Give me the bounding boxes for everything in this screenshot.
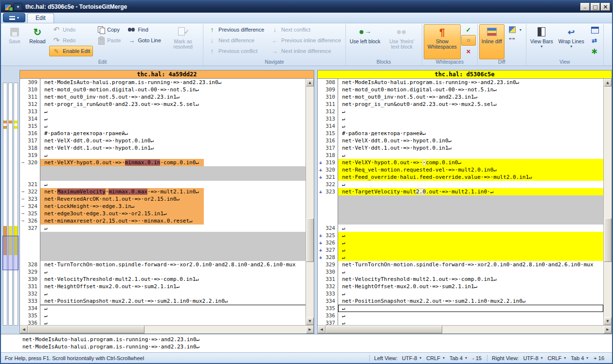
- code-line[interactable]: 317net·VelX·ddt.0.out·=>·hypot.0.in0↵: [20, 137, 306, 144]
- scroll-track[interactable]: [28, 326, 306, 333]
- scroll-thumb[interactable]: [604, 218, 612, 262]
- filler-line[interactable]: [20, 246, 306, 254]
- restore-button[interactable]: [591, 3, 600, 11]
- code-line[interactable]: +326↵: [318, 239, 603, 246]
- next-conflict-button[interactable]: Next conflict: [268, 24, 344, 35]
- code-line[interactable]: 315↵: [20, 122, 306, 130]
- code-line[interactable]: −325net·edge3out·edge.3.out·=>·or2.15.in…: [20, 210, 306, 217]
- code-line[interactable]: 311net·mot_out0_inv·not.5.out·=>·and2.23…: [20, 93, 306, 101]
- locator-strip-1[interactable]: [3, 83, 7, 326]
- code-line[interactable]: 327↵: [20, 225, 306, 232]
- code-line[interactable]: 332↵: [20, 290, 306, 297]
- code-line[interactable]: 330net·VelocityThreshold·mult2.1.out·=>·…: [20, 276, 306, 283]
- left-horizontal-scrollbar[interactable]: [20, 325, 314, 333]
- code-line[interactable]: 313↵: [318, 115, 603, 122]
- diff-locator-bar[interactable]: [1, 70, 19, 334]
- code-line[interactable]: 318↵: [318, 152, 603, 159]
- code-line[interactable]: 330↵: [318, 268, 603, 276]
- code-line[interactable]: −323net·ReversedArcOK·not.1.out·=>·or2.1…: [20, 195, 306, 203]
- previous-conflict-button[interactable]: Previous conflict: [205, 46, 267, 56]
- scroll-track[interactable]: [306, 87, 314, 317]
- filler-line[interactable]: [20, 173, 306, 181]
- code-line[interactable]: 316#·работа·детектора·граней↵: [20, 130, 306, 137]
- code-line[interactable]: 309net·motd_out0·motion.digital-out-00·=…: [318, 86, 603, 93]
- locator-strip-2[interactable]: [8, 83, 13, 326]
- inline-diff-button[interactable]: Inline diff: [479, 24, 505, 59]
- filler-line[interactable]: [318, 195, 603, 203]
- paste-button[interactable]: Paste: [93, 35, 124, 46]
- code-line[interactable]: 324↵: [318, 225, 603, 232]
- close-button[interactable]: [601, 3, 610, 11]
- locator-strip-3[interactable]: [14, 83, 18, 326]
- switch-left-right-button[interactable]: [587, 35, 602, 46]
- right-horizontal-scrollbar[interactable]: [318, 325, 612, 333]
- code-line[interactable]: 331net·VelocityThreshold·mult2.1.out·=>·…: [318, 276, 603, 283]
- filler-line[interactable]: [318, 210, 603, 217]
- locator-viewport[interactable]: [2, 236, 18, 270]
- code-line[interactable]: 333↵: [318, 290, 603, 297]
- code-line[interactable]: −322net·MaximumVelocity·minmax.0.max·=>·…: [20, 188, 306, 195]
- scroll-left-button[interactable]: [20, 326, 28, 333]
- next-inline-difference-button[interactable]: Next inline difference: [268, 46, 344, 56]
- code-line[interactable]: 316net·VelX·ddt.0.out·=>·hypot.0.in0↵: [318, 137, 603, 144]
- left-code-view[interactable]: 309net·ModeIsAuto·halui.program.is-runni…: [20, 79, 306, 325]
- code-line[interactable]: 334↵: [20, 305, 306, 312]
- code-line[interactable]: +327↵: [318, 246, 603, 254]
- code-line[interactable]: 335↵: [318, 305, 603, 312]
- code-line[interactable]: 334net·PositionSnapshot·mux2.2.out·=>·su…: [318, 297, 603, 305]
- code-line[interactable]: 317net·VelY·ddt.1.out·=>·hypot.0.in1↵: [318, 144, 603, 152]
- filler-line[interactable]: [318, 203, 603, 210]
- code-line[interactable]: +321net·Feed_override·halui.feed-overrid…: [318, 173, 603, 181]
- code-line[interactable]: 321↵: [20, 181, 306, 188]
- right-tab-dropdown[interactable]: Tab 4: [568, 355, 591, 362]
- right-vertical-scrollbar[interactable]: [603, 79, 612, 325]
- application-menu-button[interactable]: [3, 13, 25, 22]
- code-line[interactable]: 336↵: [20, 319, 306, 325]
- left-eol-dropdown[interactable]: CRLF: [424, 355, 447, 362]
- previous-difference-button[interactable]: Previous difference: [205, 24, 267, 35]
- scroll-up-button[interactable]: [604, 79, 612, 87]
- tab-edit[interactable]: Edit: [27, 13, 54, 23]
- scroll-thumb[interactable]: [306, 218, 314, 262]
- code-line[interactable]: +319net·VelXY·hypot.0.out·=>··comp.0.in0…: [318, 159, 603, 166]
- reload-button[interactable]: Reload: [26, 24, 49, 59]
- wrap-lines-button[interactable]: Wrap Lines: [556, 24, 587, 59]
- code-line[interactable]: 322↵: [318, 181, 603, 188]
- scroll-thumb[interactable]: [325, 326, 442, 333]
- find-button[interactable]: Find: [124, 24, 164, 35]
- code-line[interactable]: 319↵: [20, 152, 306, 159]
- inline-diff-word-button[interactable]: [505, 24, 524, 35]
- code-line[interactable]: −326net·minmaxreset·or2.15.out·=>··minma…: [20, 217, 306, 225]
- code-line[interactable]: 312net·progr_is_run&out0·and2.23.out·=>·…: [20, 101, 306, 108]
- code-line[interactable]: 318net·VelY·ddt.1.out·=>·hypot.0.in1↵: [20, 144, 306, 152]
- minimize-button[interactable]: [580, 3, 590, 11]
- use-left-block-button[interactable]: Use left block: [347, 24, 383, 59]
- code-line[interactable]: 311net·progr_is_run&out0·and2.23.out·=>·…: [318, 101, 603, 108]
- scroll-down-button[interactable]: [306, 317, 314, 325]
- code-line[interactable]: +323net·TargetVelocity·mult2.0.out·=>·mu…: [318, 188, 603, 195]
- scroll-right-button[interactable]: [306, 326, 314, 333]
- filler-line[interactable]: [318, 217, 603, 225]
- code-line[interactable]: +328↵: [318, 254, 603, 261]
- compare-whitespaces-button[interactable]: [461, 24, 476, 35]
- code-line[interactable]: +320net·Req_vel·motion.requested-vel·=>·…: [318, 166, 603, 173]
- filler-line[interactable]: [20, 254, 306, 261]
- mark-as-resolved-button[interactable]: Mark as resolved: [164, 24, 201, 59]
- code-line[interactable]: 337↵: [318, 319, 603, 325]
- ignore-all-whitespaces-button[interactable]: [461, 46, 476, 56]
- code-line[interactable]: 315#·работа·детектора·граней↵: [318, 130, 603, 137]
- code-line[interactable]: 314↵: [318, 122, 603, 130]
- show-whitespaces-button[interactable]: Show Whitespaces: [424, 24, 461, 59]
- window-layout-button[interactable]: [587, 24, 602, 35]
- code-line[interactable]: 329↵: [20, 268, 306, 276]
- left-tab-dropdown[interactable]: Tab 4: [447, 355, 469, 362]
- code-line[interactable]: 309net·ModeIsAuto·halui.program.is-runni…: [20, 79, 306, 86]
- right-encoding-dropdown[interactable]: UTF-8: [521, 355, 545, 362]
- code-line[interactable]: 336↵: [318, 312, 603, 319]
- code-line[interactable]: 313↵: [20, 108, 306, 115]
- code-line[interactable]: 312↵: [318, 108, 603, 115]
- use-theirs-text-block-button[interactable]: Use 'theirs' text block: [383, 24, 420, 59]
- code-line[interactable]: +325↵: [318, 232, 603, 239]
- left-vertical-scrollbar[interactable]: [306, 79, 314, 325]
- enable-edit-button[interactable]: Enable Edit: [49, 46, 93, 56]
